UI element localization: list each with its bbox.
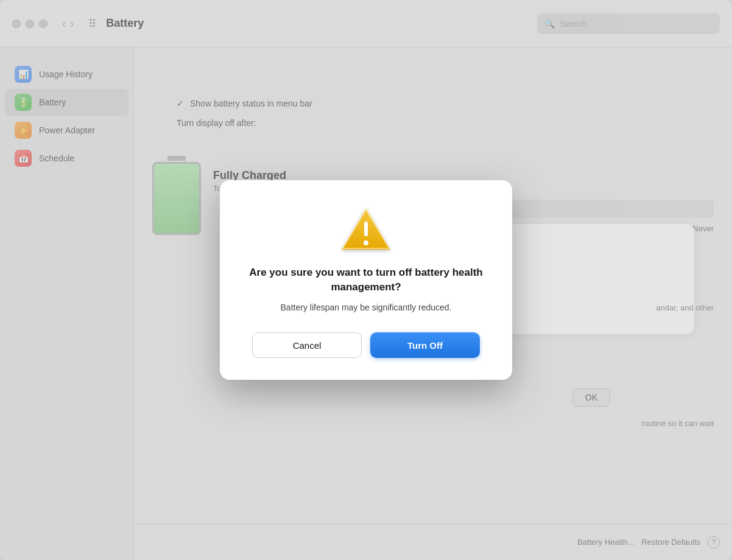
warning-triangle-icon bbox=[339, 205, 393, 253]
modal-dialog: Are you sure you want to turn off batter… bbox=[220, 180, 512, 380]
modal-body: Battery lifespan may be significantly re… bbox=[281, 301, 452, 314]
modal-title: Are you sure you want to turn off batter… bbox=[244, 265, 488, 295]
turn-off-button[interactable]: Turn Off bbox=[370, 332, 480, 358]
cancel-button[interactable]: Cancel bbox=[252, 332, 362, 358]
svg-point-3 bbox=[364, 240, 368, 245]
svg-rect-2 bbox=[364, 222, 368, 236]
warning-icon-wrap bbox=[339, 205, 393, 253]
modal-overlay: Are you sure you want to turn off batter… bbox=[0, 0, 732, 560]
modal-buttons: Cancel Turn Off bbox=[244, 332, 488, 358]
